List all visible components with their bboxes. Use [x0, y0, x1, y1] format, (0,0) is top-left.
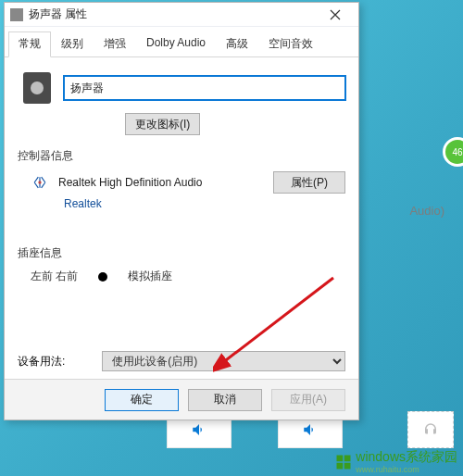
jack-section-label: 插座信息 [18, 245, 345, 261]
speaker-properties-dialog: 扬声器 属性 常规 级别 增强 Dolby Audio 高级 空间音效 更改图标… [4, 2, 359, 420]
titlebar-icon [10, 8, 23, 21]
controller-section-label: 控制器信息 [18, 148, 345, 164]
tab-general[interactable]: 常规 [8, 31, 51, 57]
cancel-button[interactable]: 取消 [188, 389, 262, 411]
jack-location: 左前 右前 [31, 269, 78, 284]
jack-type: 模拟插座 [128, 269, 172, 284]
watermark-sub: www.ruhaitu.com [356, 466, 457, 474]
volume-icon [191, 421, 207, 438]
svg-point-4 [38, 181, 41, 183]
controller-name: Realtek High Definition Audio [58, 176, 264, 189]
windows-logo-icon [335, 454, 352, 470]
tab-spatial[interactable]: 空间音效 [258, 31, 323, 57]
tab-dolby[interactable]: Dolby Audio [136, 31, 216, 57]
extra-tile[interactable] [407, 411, 454, 448]
close-button[interactable] [318, 5, 353, 25]
device-usage-label: 设备用法: [18, 354, 65, 370]
device-name-input[interactable] [64, 76, 345, 100]
device-usage-select[interactable]: 使用此设备(启用) [102, 351, 345, 371]
tab-row: 常规 级别 增强 Dolby Audio 高级 空间音效 [5, 27, 358, 57]
controller-chip-icon [31, 173, 49, 192]
controller-vendor: Realtek [64, 197, 345, 210]
jack-color-dot [98, 272, 107, 282]
svg-rect-3 [344, 462, 351, 469]
tab-advanced[interactable]: 高级 [216, 31, 258, 57]
volume-icon [302, 421, 319, 438]
controller-properties-button[interactable]: 属性(P) [273, 171, 345, 194]
svg-rect-1 [344, 455, 351, 461]
watermark-text: windows系统家园 [356, 449, 457, 466]
titlebar: 扬声器 属性 [5, 3, 358, 27]
change-icon-button[interactable]: 更改图标(I) [125, 113, 200, 135]
headset-icon [422, 421, 439, 438]
ok-button[interactable]: 确定 [105, 389, 179, 411]
device-icon [23, 72, 51, 104]
tab-enhance[interactable]: 增强 [94, 31, 136, 57]
titlebar-title: 扬声器 属性 [29, 6, 318, 22]
svg-rect-2 [337, 462, 344, 469]
tab-content-general: 更改图标(I) 控制器信息 Realtek High Definition Au… [5, 57, 358, 379]
apply-button[interactable]: 应用(A) [271, 389, 345, 411]
close-icon [330, 9, 341, 20]
dialog-footer: 确定 取消 应用(A) [5, 379, 358, 420]
background-device-label: Audio) [409, 204, 444, 218]
watermark: windows系统家园 www.ruhaitu.com [335, 449, 457, 474]
svg-rect-0 [337, 455, 344, 461]
tab-levels[interactable]: 级别 [51, 31, 94, 57]
